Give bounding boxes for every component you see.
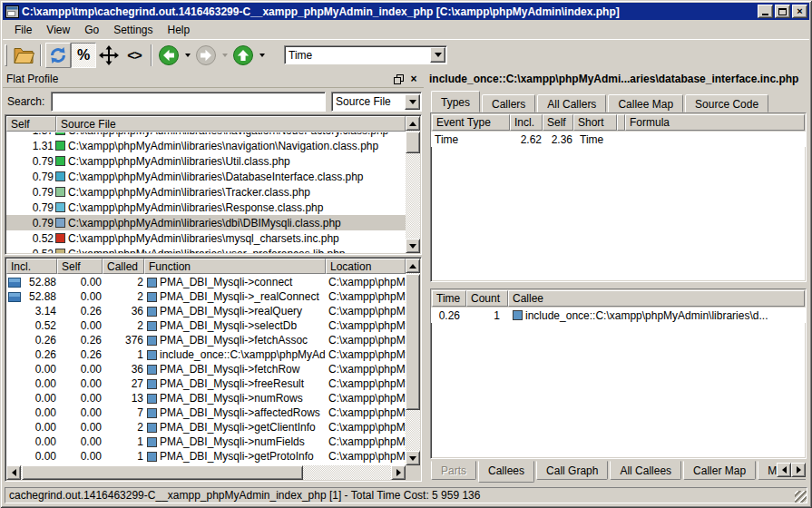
column-header-called[interactable]: Called [103,259,144,274]
dock-close-button[interactable]: × [407,73,420,85]
scroll-down-button[interactable] [406,239,420,253]
column-header-function[interactable]: Function [144,259,326,274]
column-header-time[interactable]: Time [432,290,466,307]
function-row[interactable]: 0.00 0.00 1 PMA_DBI_Mysqli->numFields C:… [6,435,406,449]
tab-scroll-left-button[interactable] [777,463,791,477]
combobox-dropdown-button[interactable] [430,47,445,63]
function-row[interactable]: 0.00 0.00 7 PMA_DBI_Mysqli->affectedRows… [6,405,406,420]
column-header-incl[interactable]: Incl. [510,114,543,131]
function-row[interactable]: 0.00 0.00 27 PMA_DBI_Mysqli->freeResult … [6,376,406,391]
tab-scroll-buttons [777,463,806,477]
back-button[interactable] [156,43,181,68]
forward-button[interactable] [193,43,219,68]
function-name: PMA_DBI_Mysqli->numRows [160,392,303,405]
close-button[interactable]: × [792,5,807,18]
forward-dropdown-button[interactable] [219,43,230,68]
scrollbar-thumb[interactable] [406,274,420,410]
dock-float-button[interactable] [392,73,405,85]
tab-source-code[interactable]: Source Code [685,94,768,112]
source-file-row[interactable]: 0.79 C:\xampp\phpMyAdmin\libraries\Respo… [6,200,406,215]
maximize-button[interactable] [775,5,790,18]
function-row[interactable]: 3.14 0.26 36 PMA_DBI_Mysqli->realQuery C… [6,304,406,318]
event-type-combobox[interactable]: Time [284,45,447,64]
tab-callee-map[interactable]: Callee Map [608,94,683,112]
function-row[interactable]: 0.26 0.26 376 PMA_DBI_Mysqli->fetchAssoc… [6,333,406,347]
source-file-row[interactable]: 0.79 C:\xampp\phpMyAdmin\libraries\Datab… [6,169,406,184]
file-path: C:\xampp\phpMyAdmin\libraries\DatabaseIn… [68,171,364,183]
resize-grip[interactable] [795,491,807,503]
vertical-scrollbar[interactable] [406,259,420,465]
column-header-formula[interactable]: Formula [625,114,805,131]
function-row[interactable]: 0.26 0.26 1 include_once::C:\xampp\phpMy… [6,347,406,362]
event-types-header: Event Type Incl. Self Short Formula [431,113,806,132]
tab-callers[interactable]: Callers [482,94,535,112]
tab-scroll-right-button[interactable] [791,463,806,477]
tab-caller-map[interactable]: Caller Map [683,461,756,480]
function-row[interactable]: 0.00 0.00 1 PMA_DBI_Mysqli->getProtoInfo… [6,449,406,464]
function-row[interactable]: 52.88 0.00 2 PMA_DBI_Mysqli->_realConnec… [6,289,406,304]
dock-title: Flat Profile [6,73,389,85]
source-file-row[interactable]: 1.31 C:\xampp\phpMyAdmin\libraries\navig… [6,138,406,153]
toolbar-handle[interactable] [5,44,7,66]
menu-go[interactable]: Go [78,22,105,38]
column-header-incl[interactable]: Incl. [6,259,57,274]
source-file-row[interactable]: 0.79 C:\xampp\phpMyAdmin\libraries\Util.… [6,153,406,169]
function-row[interactable]: 52.88 0.00 2 PMA_DBI_Mysqli->connect C:\… [6,275,406,289]
menu-view[interactable]: View [40,22,76,38]
up-dropdown-button[interactable] [256,43,268,68]
menu-settings[interactable]: Settings [107,22,159,38]
combobox-dropdown-button[interactable] [405,94,420,110]
vertical-scrollbar[interactable] [406,116,420,253]
minimize-button[interactable] [758,5,773,18]
column-header-short[interactable]: Short [573,114,617,131]
back-dropdown-button[interactable] [181,43,193,68]
up-button[interactable] [230,43,256,68]
toolbar: % <> [3,39,809,70]
shorten-templates-button[interactable]: <> [122,43,147,68]
source-file-row[interactable]: 0.79 C:\xampp\phpMyAdmin\libraries\Track… [6,184,406,200]
open-file-button[interactable] [11,43,36,68]
column-header-self[interactable]: Self [543,114,573,131]
scrollbar-thumb[interactable] [406,132,420,153]
column-header-self[interactable]: Self [6,116,56,132]
detail-tab-bar: Types Callers All Callers Callee Map Sou… [431,91,806,112]
menu-help[interactable]: Help [161,22,197,38]
function-row[interactable]: 0.00 0.00 2 PMA_DBI_Mysqli->getClientInf… [6,420,406,435]
callee-row[interactable]: 0.26 1 include_once::C:\xampp\phpMyAdmin… [431,308,806,323]
column-header-count[interactable]: Count [466,290,508,307]
function-row[interactable]: 0.00 0.00 13 PMA_DBI_Mysqli->numRows C:\… [6,391,406,405]
source-file-row[interactable]: 0.52 C:\xampp\phpMyAdmin\libraries\mysql… [6,230,406,246]
column-header-location[interactable]: Location [326,259,406,274]
dock-title-bar[interactable]: Flat Profile × [3,71,424,88]
search-input[interactable] [51,92,326,112]
source-file-row[interactable]: 0.52 C:\xampp\phpMyAdmin\libraries\user_… [6,246,406,253]
column-header-callee[interactable]: Callee [508,290,805,307]
scroll-up-button[interactable] [406,116,420,131]
tab-call-graph[interactable]: Call Graph [536,461,608,480]
column-header-event-type[interactable]: Event Type [432,114,510,131]
location: C:\xampp\phpMy [325,276,406,288]
function-row[interactable]: 0.00 0.00 36 PMA_DBI_Mysqli->fetchRow C:… [6,362,406,376]
function-row[interactable]: 0.52 0.00 2 PMA_DBI_Mysqli->selectDb C:\… [6,318,406,333]
menu-file[interactable]: File [8,22,38,38]
group-by-combobox[interactable]: Source File [331,92,422,112]
scroll-left-button[interactable] [6,465,21,480]
tab-parts[interactable]: Parts [431,461,476,480]
scroll-right-button[interactable] [391,465,406,480]
tab-all-callees[interactable]: All Callees [610,461,681,480]
cycle-detection-button[interactable] [96,43,122,68]
column-header-source-file[interactable]: Source File [56,116,406,132]
column-header-self[interactable]: Self [57,259,103,274]
title-bar[interactable]: C:\xampp\tmp\cachegrind.out.1416463299-C… [3,3,809,20]
tab-types[interactable]: Types [431,91,480,112]
horizontal-scrollbar[interactable] [6,465,406,480]
source-file-row-selected[interactable]: 0.79 C:\xampp\phpMyAdmin\libraries\dbi\D… [6,215,406,230]
scroll-up-button[interactable] [406,259,420,273]
tab-callees[interactable]: Callees [478,461,534,483]
scroll-down-button[interactable] [406,451,420,465]
scrollbar-thumb[interactable] [22,465,303,480]
event-type-row[interactable]: Time 2.62 2.36 Time [431,132,806,147]
reload-button[interactable] [45,43,71,68]
relative-percent-toggle[interactable]: % [71,43,96,68]
tab-all-callers[interactable]: All Callers [537,94,606,112]
